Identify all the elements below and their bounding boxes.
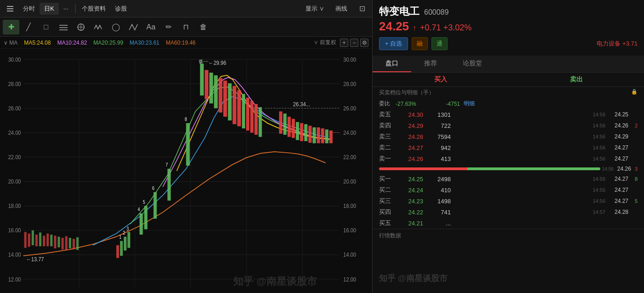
svg-rect-68 [144, 206, 147, 230]
svg-text:28.00: 28.00 [8, 80, 21, 87]
draw-btn-main[interactable]: 画线 [331, 3, 352, 15]
svg-rect-55 [65, 236, 68, 250]
pencil-tool[interactable]: ✏ [160, 20, 177, 34]
sell3-vol: 7594 [423, 133, 451, 140]
margin-btn[interactable]: 融 [412, 37, 428, 50]
display-btn[interactable]: 显示 ∨ [301, 3, 329, 15]
buy1-time: 14:56 [587, 176, 605, 182]
crosshair-tool[interactable]: ✚ [3, 20, 19, 34]
fullscreen-btn[interactable]: ⊡ [354, 1, 370, 16]
svg-rect-86 [228, 83, 232, 121]
bs-header: 买入 卖出 [373, 73, 644, 87]
svg-text:30.00: 30.00 [8, 56, 21, 63]
svg-text:←29.96: ←29.96 [208, 59, 226, 66]
svg-rect-81 [205, 70, 208, 99]
line-tool[interactable]: ╱ [20, 20, 37, 34]
zoom-in-btn[interactable]: + [340, 39, 348, 47]
tab-more[interactable]: ··· [59, 3, 73, 14]
svg-rect-64 [127, 232, 130, 248]
svg-rect-94 [279, 111, 282, 133]
ma-checkbox: ∨ MA [4, 40, 17, 46]
sell3-price: 24.28 [396, 133, 423, 140]
text-tool[interactable]: Aa [143, 20, 159, 34]
tab-rik[interactable]: 日K [40, 3, 59, 15]
tab-gegu[interactable]: 个股资料 [77, 3, 110, 15]
svg-rect-82 [209, 73, 213, 103]
ma-controls: + − ⚙ [340, 39, 368, 47]
sell5-time: 14:56 [587, 112, 605, 117]
fibonacci-tool[interactable] [73, 20, 89, 34]
buy-orders: 买一 24.25 2498 14:56 24.27 8 买二 24.24 410… [373, 173, 644, 229]
svg-rect-60 [120, 241, 123, 256]
sell3-time: 14:56 [587, 134, 605, 139]
buy4-price: 24.22 [396, 209, 423, 216]
svg-rect-44 [24, 232, 27, 248]
svg-rect-62 [124, 237, 126, 251]
tabs-row: 盘口 推荐 论股堂 [373, 56, 644, 73]
buy-order-2: 买二 24.24 410 14:56 24.27 [373, 184, 644, 195]
buy2-time: 14:56 [587, 187, 605, 193]
buy3-time: 14:56 [587, 198, 605, 204]
stock-arrow: ↑ [413, 24, 416, 32]
svg-rect-45 [28, 234, 30, 247]
zoom-out-btn[interactable]: − [350, 39, 358, 47]
delete-tool[interactable]: 🗑 [195, 20, 212, 34]
tab-pankou[interactable]: 盘口 [373, 56, 411, 72]
svg-rect-101 [308, 126, 311, 143]
ma-row-right: ∨ 前复权 + − ⚙ [314, 39, 368, 47]
buy2-price: 24.24 [396, 187, 423, 194]
buy2-rprice: 24.27 [605, 187, 628, 193]
sector-info: 电力设备 +3.71 [597, 40, 638, 48]
tab-fenshi[interactable]: 分时 [18, 3, 40, 15]
sell-bar [379, 167, 467, 170]
tab-lungsutang[interactable]: 论股堂 [450, 56, 495, 72]
rect-tool[interactable]: □ [38, 20, 54, 34]
svg-rect-48 [39, 232, 41, 246]
svg-text:16.00: 16.00 [8, 227, 21, 234]
ellipse-tool[interactable]: ◯ [108, 20, 124, 34]
svg-rect-85 [223, 80, 227, 116]
sidebar-toggle-btn[interactable] [2, 1, 18, 16]
buy-order-3: 买三 24.23 1498 14:56 24.27 5 [373, 195, 644, 207]
svg-text:20.00: 20.00 [8, 178, 21, 185]
wave-tool[interactable] [90, 20, 107, 34]
tab-tuijian[interactable]: 推荐 [411, 56, 450, 72]
svg-rect-59 [116, 245, 119, 258]
tab-zhengu[interactable]: 诊股 [110, 3, 132, 15]
watchlist-btn[interactable]: + 自选 [379, 37, 408, 50]
buy3-rextra: 5 [628, 198, 638, 204]
buy4-label: 买四 [379, 208, 396, 216]
sell4-rextra: 2 [628, 123, 638, 128]
stock-change: +0.71 +3.02% [420, 23, 472, 33]
ma5-value: MA5:24.08 [24, 40, 51, 46]
svg-rect-89 [242, 94, 245, 128]
drawing-toolbar: ✚ ╱ □ ◯ Aa ✏ ⊓ 🗑 [0, 17, 372, 37]
svg-text:14.00: 14.00 [8, 252, 21, 259]
buy4-time: 14:57 [587, 209, 605, 215]
buy2-vol: 410 [423, 187, 451, 194]
buy-order-4: 买四 24.22 741 14:57 24.28 [373, 207, 644, 218]
connect-btn[interactable]: 通 [431, 37, 448, 50]
weibi-detail[interactable]: 明细 [464, 100, 475, 108]
ob-header-icon: 🔒 [631, 89, 638, 97]
svg-rect-100 [304, 124, 307, 141]
svg-rect-76 [200, 63, 204, 95]
svg-rect-87 [233, 86, 236, 124]
chart-canvas[interactable]: 30.00 28.00 26.00 24.00 22.00 20.00 18.0… [0, 49, 372, 293]
svg-rect-105 [325, 129, 328, 143]
ma20-value: MA20:25.99 [93, 40, 123, 46]
svg-text:4: 4 [138, 207, 140, 213]
svg-rect-51 [50, 235, 52, 246]
ma-indicators-row: ∨ MA MA5:24.08 MA10:24.82 MA20:25.99 MA3… [0, 37, 372, 49]
zigzag-tool[interactable] [125, 20, 142, 34]
divider-time: 14:56 [602, 167, 614, 172]
buy1-label: 买一 [379, 175, 396, 183]
buy3-rprice: 24.27 [605, 198, 628, 204]
settings-btn[interactable]: ⚙ [360, 39, 368, 47]
svg-rect-56 [69, 238, 71, 248]
magnet-tool[interactable]: ⊓ [178, 20, 194, 34]
market-data-label: 行情数据 [373, 229, 644, 241]
buy3-vol: 1498 [423, 198, 451, 205]
parallel-tool[interactable] [55, 20, 72, 34]
buy4-vol: 741 [423, 209, 451, 216]
